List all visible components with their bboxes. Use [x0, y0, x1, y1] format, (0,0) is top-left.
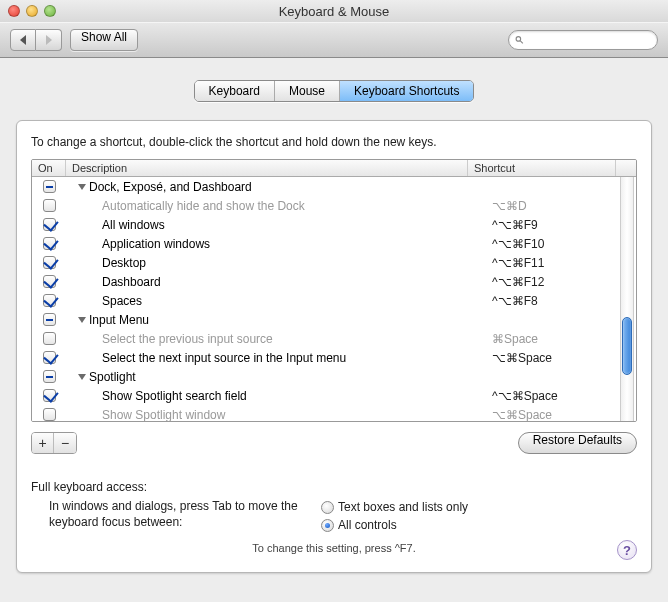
access-description: In windows and dialogs, press Tab to mov…: [31, 498, 321, 534]
enable-checkbox[interactable]: [43, 351, 56, 364]
row-label: Dashboard: [102, 275, 161, 289]
row-label: Show Spotlight window: [102, 408, 225, 422]
shortcut-row[interactable]: Select the next input source in the Inpu…: [32, 348, 636, 367]
tab-keyboard[interactable]: Keyboard: [195, 81, 275, 101]
group-row[interactable]: Spotlight: [32, 367, 636, 386]
enable-checkbox[interactable]: [43, 370, 56, 383]
enable-checkbox[interactable]: [43, 218, 56, 231]
shortcut-row[interactable]: Dashboard^⌥⌘F12: [32, 272, 636, 291]
radio-all-controls[interactable]: [321, 519, 334, 532]
group-row[interactable]: Dock, Exposé, and Dashboard: [32, 177, 636, 196]
help-button[interactable]: ?: [617, 540, 637, 560]
search-input[interactable]: [528, 34, 651, 46]
shortcut-value[interactable]: ^⌥⌘F12: [488, 275, 636, 289]
back-button[interactable]: [10, 29, 36, 51]
tab-keyboard-shortcuts[interactable]: Keyboard Shortcuts: [340, 81, 473, 101]
enable-checkbox[interactable]: [43, 294, 56, 307]
access-hint: To change this setting, press ^F7.: [252, 542, 416, 554]
search-field[interactable]: [508, 30, 658, 50]
enable-checkbox[interactable]: [43, 332, 56, 345]
shortcut-value[interactable]: ⌥⌘Space: [488, 408, 636, 422]
row-label: Desktop: [102, 256, 146, 270]
row-label: Select the previous input source: [102, 332, 273, 346]
svg-line-1: [520, 41, 523, 44]
shortcuts-table: On Description Shortcut Dock, Exposé, an…: [31, 159, 637, 422]
shortcut-value[interactable]: ⌥⌘Space: [488, 351, 636, 365]
toolbar: Show All: [0, 22, 668, 58]
instruction-text: To change a shortcut, double-click the s…: [31, 135, 637, 149]
window-title: Keyboard & Mouse: [0, 4, 668, 19]
forward-button[interactable]: [36, 29, 62, 51]
shortcut-row[interactable]: Application windows^⌥⌘F10: [32, 234, 636, 253]
row-label: All windows: [102, 218, 165, 232]
enable-checkbox[interactable]: [43, 389, 56, 402]
scrollbar-thumb[interactable]: [622, 317, 632, 375]
col-on[interactable]: On: [32, 160, 66, 176]
shortcut-value[interactable]: ^⌥⌘F11: [488, 256, 636, 270]
shortcut-row[interactable]: Spaces^⌥⌘F8: [32, 291, 636, 310]
shortcut-row[interactable]: Select the previous input source⌘Space: [32, 329, 636, 348]
shortcut-row[interactable]: All windows^⌥⌘F9: [32, 215, 636, 234]
row-label: Select the next input source in the Inpu…: [102, 351, 346, 365]
shortcut-value[interactable]: ^⌥⌘F8: [488, 294, 636, 308]
shortcut-value[interactable]: ^⌥⌘F9: [488, 218, 636, 232]
row-label: Application windows: [102, 237, 210, 251]
row-label: Show Spotlight search field: [102, 389, 247, 403]
row-label: Input Menu: [89, 313, 149, 327]
shortcut-value[interactable]: ^⌥⌘Space: [488, 389, 636, 403]
scrollbar[interactable]: [620, 177, 634, 421]
add-shortcut-button[interactable]: +: [32, 433, 54, 453]
tab-mouse[interactable]: Mouse: [275, 81, 340, 101]
shortcut-row[interactable]: Automatically hide and show the Dock⌥⌘D: [32, 196, 636, 215]
col-shortcut[interactable]: Shortcut: [468, 160, 616, 176]
svg-point-0: [516, 37, 521, 42]
enable-checkbox[interactable]: [43, 199, 56, 212]
enable-checkbox[interactable]: [43, 256, 56, 269]
enable-checkbox[interactable]: [43, 313, 56, 326]
access-heading: Full keyboard access:: [31, 480, 637, 494]
enable-checkbox[interactable]: [43, 180, 56, 193]
disclosure-triangle-icon[interactable]: [78, 317, 86, 323]
show-all-button[interactable]: Show All: [70, 29, 138, 51]
enable-checkbox[interactable]: [43, 408, 56, 421]
shortcut-value[interactable]: ⌥⌘D: [488, 199, 636, 213]
row-label: Spaces: [102, 294, 142, 308]
shortcut-value[interactable]: ⌘Space: [488, 332, 636, 346]
shortcut-row[interactable]: Desktop^⌥⌘F11: [32, 253, 636, 272]
enable-checkbox[interactable]: [43, 237, 56, 250]
group-row[interactable]: Input Menu: [32, 310, 636, 329]
search-icon: [515, 34, 524, 46]
enable-checkbox[interactable]: [43, 275, 56, 288]
shortcuts-pane: To change a shortcut, double-click the s…: [16, 120, 652, 573]
titlebar: Keyboard & Mouse: [0, 0, 668, 22]
row-label: Spotlight: [89, 370, 136, 384]
remove-shortcut-button[interactable]: −: [54, 433, 76, 453]
col-description[interactable]: Description: [66, 160, 468, 176]
shortcut-row[interactable]: Show Spotlight window⌥⌘Space: [32, 405, 636, 421]
row-label: Automatically hide and show the Dock: [102, 199, 305, 213]
shortcut-value[interactable]: ^⌥⌘F10: [488, 237, 636, 251]
disclosure-triangle-icon[interactable]: [78, 374, 86, 380]
restore-defaults-button[interactable]: Restore Defaults: [518, 432, 637, 454]
disclosure-triangle-icon[interactable]: [78, 184, 86, 190]
radio-label-all-controls: All controls: [338, 518, 397, 532]
col-spacer: [616, 160, 636, 176]
shortcut-row[interactable]: Show Spotlight search field^⌥⌘Space: [32, 386, 636, 405]
radio-label-text-boxes: Text boxes and lists only: [338, 500, 468, 514]
radio-text-boxes-only[interactable]: [321, 501, 334, 514]
row-label: Dock, Exposé, and Dashboard: [89, 180, 252, 194]
